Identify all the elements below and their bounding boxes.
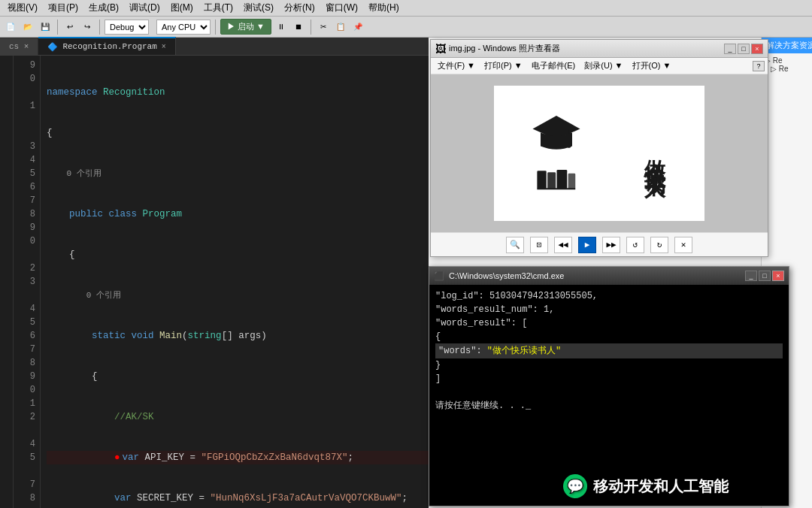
prev-btn[interactable]: ◀◀	[554, 237, 572, 253]
menu-project[interactable]: 项目(P)	[44, 0, 83, 16]
cmd-title: C:\Windows\system32\cmd.exe	[449, 271, 564, 280]
toolbar-btn-3[interactable]: 📌	[350, 20, 365, 35]
tab-bar: cs × 🔷 Recognition.Program ×	[0, 38, 429, 56]
open-btn[interactable]: 📂	[20, 20, 35, 35]
watermark-text: 移动开发和人工智能	[593, 476, 729, 497]
code-line-apikey: ●var API_KEY = "FGPiOQpCbZxZxBaN6dvqt87X…	[47, 451, 429, 464]
watermark: 💬 移动开发和人工智能	[563, 474, 729, 498]
solution-subitem[interactable]: ▷ Re	[771, 65, 809, 73]
vs-menubar: 视图(V) 项目(P) 生成(B) 调试(D) 图(M) 工具(T) 测试(S)…	[0, 0, 812, 17]
toolbar-sep-3	[215, 20, 216, 35]
rotate-cw-btn[interactable]: ↻	[650, 237, 668, 253]
menu-build[interactable]: 生成(B)	[84, 0, 123, 16]
code-line: 0 个引用	[47, 289, 429, 302]
pause-btn[interactable]: ⏸	[274, 20, 289, 35]
code-line: 0 个引用	[47, 167, 429, 180]
toolbar-btn-2[interactable]: 📋	[333, 20, 348, 35]
solution-item[interactable]: ▷ Re	[765, 56, 809, 65]
help-button[interactable]: ?	[753, 61, 765, 71]
cmd-line: {	[435, 330, 783, 343]
maximize-button[interactable]: □	[738, 44, 750, 54]
window-controls: _ □ ×	[724, 44, 763, 54]
new-file-btn[interactable]: 📄	[3, 20, 18, 35]
slideshow-btn[interactable]: ▶	[578, 237, 596, 253]
cmd-minimize-btn[interactable]: _	[745, 271, 757, 281]
toolbar-btn-1[interactable]: ✂	[316, 20, 331, 35]
tab-cs[interactable]: cs ×	[0, 38, 38, 55]
debug-config-select[interactable]: Debug	[105, 20, 149, 35]
cmd-output: "log_id": 5103047942313055505, "words_re…	[429, 285, 789, 506]
svg-rect-4	[537, 171, 546, 189]
code-line-secret: var SECRET_KEY = "HunNq6XsLjF3a7aCAutrVa…	[47, 491, 429, 505]
cmd-line: }	[435, 358, 783, 372]
menu-burn[interactable]: 刻录(U) ▼	[580, 59, 626, 73]
stop-btn[interactable]: ⏹	[291, 20, 306, 35]
right-panel: 🖼 img.jpg - Windows 照片查看器 _ □ × 文件(F) ▼ …	[429, 38, 812, 508]
menu-debug[interactable]: 调试(D)	[125, 0, 165, 16]
cmd-line: "log_id": 5103047942313055505,	[435, 289, 783, 303]
solution-explorer-header: 解决方案资源	[762, 38, 812, 53]
next-btn[interactable]: ▶▶	[602, 237, 620, 253]
undo-btn[interactable]: ↩	[62, 20, 77, 35]
close-button[interactable]: ×	[751, 44, 763, 54]
toolbar-sep-4	[311, 20, 311, 35]
menu-window[interactable]: 窗口(W)	[321, 0, 362, 16]
image-viewer-titlebar: 🖼 img.jpg - Windows 照片查看器 _ □ ×	[431, 40, 768, 58]
zoom-out-btn[interactable]: 🔍	[506, 237, 524, 253]
code-line: {	[47, 126, 429, 140]
menu-tools[interactable]: 工具(T)	[199, 0, 238, 16]
run-button[interactable]: ▶ 启动 ▼	[220, 19, 271, 35]
menu-open[interactable]: 打开(O) ▼	[629, 59, 675, 73]
image-viewer-window: 🖼 img.jpg - Windows 照片查看器 _ □ × 文件(F) ▼ …	[430, 39, 768, 257]
cmd-window: ⬛ C:\Windows\system32\cmd.exe _ □ × "log…	[429, 266, 789, 506]
image-viewer-statusbar: 🔍 ⊡ ◀◀ ▶ ▶▶ ↺ ↻ ✕	[431, 232, 768, 256]
cmd-line: "words_result": [	[435, 316, 783, 330]
minimize-button[interactable]: _	[724, 44, 736, 54]
image-viewer-menubar: 文件(F) ▼ 打印(P) ▼ 电子邮件(E) 刻录(U) ▼ 打开(O) ▼ …	[431, 58, 768, 74]
cmd-line-blank	[435, 386, 783, 399]
redo-btn[interactable]: ↪	[80, 20, 95, 35]
cmd-close-btn[interactable]: ×	[772, 271, 784, 281]
code-line-class: public class Program	[47, 207, 429, 221]
svg-rect-5	[547, 172, 556, 189]
solution-tree: ▷ Re ▷ Re	[762, 53, 812, 76]
cmd-icon: ⬛	[434, 271, 444, 281]
code-line-comment: //AK/SK	[47, 410, 429, 424]
save-btn[interactable]: 💾	[38, 20, 53, 35]
tab-recognition[interactable]: 🔷 Recognition.Program ×	[38, 37, 175, 55]
menu-analyze[interactable]: 分析(N)	[280, 0, 320, 16]
cmd-maximize-btn[interactable]: □	[759, 271, 771, 281]
menu-view2[interactable]: 图(M)	[166, 0, 198, 16]
menu-help[interactable]: 帮助(H)	[364, 0, 404, 16]
code-line: {	[47, 370, 429, 383]
menu-view[interactable]: 视图(V)	[3, 0, 42, 16]
wechat-icon: 💬	[563, 474, 587, 498]
editor-panel: cs × 🔷 Recognition.Program × 9 0 1 3 4	[0, 38, 429, 508]
vs-toolbar: 📄 📂 💾 ↩ ↪ Debug Any CPU ▶ 启动 ▼ ⏸ ⏹ ✂ 📋 📌	[0, 17, 812, 38]
cmd-line-pause: 请按任意键继续. . ._	[435, 399, 783, 413]
menu-email[interactable]: 电子邮件(E)	[528, 59, 580, 73]
code-line: namespace Recognition	[47, 86, 429, 99]
actual-size-btn[interactable]: ⊡	[530, 237, 548, 253]
cmd-titlebar: ⬛ C:\Windows\system32\cmd.exe _ □ ×	[429, 267, 789, 285]
window-title-area: 🖼 img.jpg - Windows 照片查看器	[435, 43, 560, 55]
code-area: 9 0 1 3 4 5 6 7 8 9 0 2 3 4 5	[0, 56, 429, 508]
main-layout: cs × 🔷 Recognition.Program × 9 0 1 3 4	[0, 38, 812, 508]
platform-select[interactable]: Any CPU	[156, 20, 211, 35]
menu-file[interactable]: 文件(F) ▼	[434, 59, 479, 73]
cmd-line: ]	[435, 372, 783, 386]
rotate-ccw-btn[interactable]: ↺	[626, 237, 644, 253]
code-line: {	[47, 248, 429, 262]
svg-rect-6	[556, 170, 567, 189]
menu-print[interactable]: 打印(P) ▼	[480, 59, 526, 73]
graduation-cap-svg	[530, 110, 583, 163]
menu-test[interactable]: 测试(S)	[239, 0, 278, 16]
toolbar-sep-1	[57, 20, 58, 35]
delete-btn[interactable]: ✕	[674, 237, 692, 253]
cmd-line: "words_result_num": 1,	[435, 303, 783, 316]
chinese-text-display: 做个快乐读书人	[640, 143, 668, 164]
code-content: namespace Recognition { 0 个引用 public cla…	[41, 56, 429, 508]
cmd-line-words: "words": "做个快乐读书人"	[435, 343, 783, 358]
image-display: 做个快乐读书人	[494, 86, 704, 221]
code-line-method: static void Main(string[] args)	[47, 329, 429, 343]
